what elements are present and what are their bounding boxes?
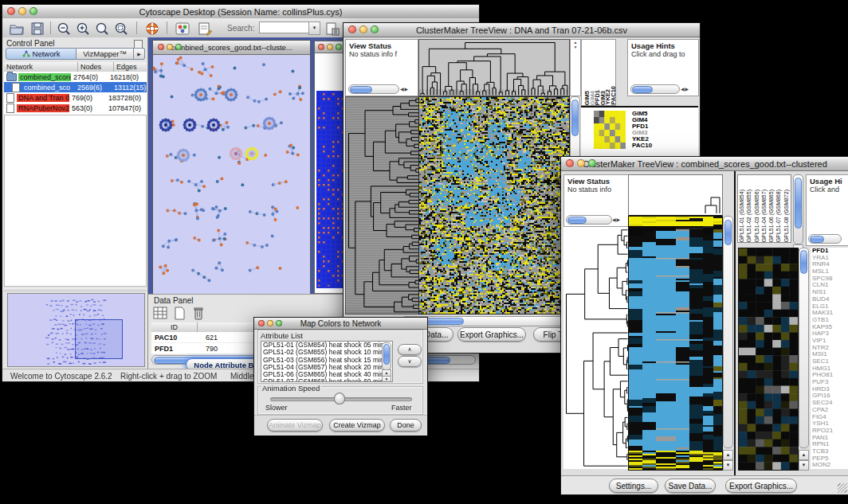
attribute-list-item[interactable]: GPL51-07 (GSM868) heat shock 60 min	[261, 378, 392, 382]
tab-network[interactable]: Network	[6, 48, 77, 60]
birdseye-view[interactable]	[7, 293, 145, 367]
network-graph-canvas[interactable]	[153, 55, 308, 292]
tv2-titlebar[interactable]: ClusterMaker TreeView : combined_scores_…	[561, 157, 848, 171]
minimize-button[interactable]	[267, 320, 273, 326]
network-nodes: 2569(6)	[75, 84, 114, 92]
tv2-export-graphics-button[interactable]: Export Graphics...	[725, 479, 797, 493]
tv1-export-graphics-button[interactable]: Export Graphics...	[457, 327, 526, 342]
panel-splitter[interactable]	[4, 288, 147, 291]
resize-grip[interactable]	[838, 483, 847, 493]
col-edges[interactable]: Edges	[114, 62, 147, 72]
zoom-button[interactable]	[276, 320, 282, 326]
move-down-button[interactable]: ∨	[398, 356, 422, 367]
zoom-button[interactable]	[336, 44, 342, 50]
create-vizmap-button[interactable]: Create Vizmap	[329, 419, 385, 432]
zoom-button[interactable]	[588, 159, 596, 167]
tv2-zoom-vscrollbar[interactable]	[799, 248, 809, 448]
tv2-zoom-heatmap[interactable]	[738, 248, 799, 471]
network-table-row[interactable]: combined_scores2764(0)16218(0)	[4, 72, 147, 82]
tv2-zoom-up-button[interactable]: ▲	[799, 450, 809, 460]
scroll-left-right-arrows[interactable]: ◀▶	[681, 86, 689, 92]
minimize-button[interactable]	[327, 44, 333, 50]
scroll-left-right-arrows[interactable]: ◀▶	[400, 86, 409, 92]
birdseye-viewport-rect[interactable]	[75, 319, 123, 359]
search-input[interactable]	[259, 21, 310, 33]
col-id[interactable]: ID	[151, 322, 198, 332]
network-table-row[interactable]: combined_sco2569(6)13112(15)	[4, 82, 147, 92]
network-view-window[interactable]: combined_scores_good.txt--cluste...	[152, 40, 311, 294]
close-button[interactable]	[7, 7, 15, 15]
close-button[interactable]	[158, 44, 164, 50]
usage-hints-scrollbar[interactable]	[630, 84, 680, 94]
data-panel-title: Data Panel	[154, 296, 193, 305]
attribute-browser-icon[interactable]	[324, 21, 340, 36]
minimize-button[interactable]	[167, 44, 173, 50]
dialog-titlebar[interactable]: Map Colors to Network	[254, 318, 427, 330]
zoom-out-icon[interactable]	[57, 21, 73, 36]
open-file-icon[interactable]	[9, 21, 25, 36]
close-button[interactable]	[566, 159, 574, 167]
usage-hints-scrollbar[interactable]	[808, 234, 842, 244]
animation-slider-thumb[interactable]	[334, 393, 345, 404]
annotation-icon[interactable]	[197, 21, 213, 36]
tv2-heatmap-vscrollbar[interactable]	[723, 216, 733, 448]
attr-scroll-down[interactable]: ▼	[382, 376, 391, 382]
tv1-submatrix-heatmap[interactable]	[594, 111, 626, 149]
zoom-fit-icon[interactable]	[95, 21, 111, 36]
document-icon	[6, 104, 14, 113]
attribute-list-vscrollbar[interactable]	[382, 342, 391, 370]
map-colors-dialog: Map Colors to Network Attribute List GPL…	[253, 317, 428, 436]
scroll-left-right-arrows[interactable]: ◀▶	[612, 217, 621, 222]
minimize-button[interactable]	[359, 25, 367, 33]
view-status-scrollbar[interactable]	[348, 84, 399, 94]
tv1-titlebar[interactable]: ClusterMaker TreeView : DNA and Tran 07-…	[344, 23, 700, 37]
control-panel: Control Panel Network VizMapper™ ▶ Netwo…	[2, 37, 148, 369]
tv2-row-dendrogram[interactable]	[563, 227, 628, 469]
tv2-column-dendrogram[interactable]	[628, 174, 723, 217]
close-button[interactable]	[318, 44, 324, 50]
close-button[interactable]	[258, 320, 265, 326]
minimize-button[interactable]	[18, 7, 26, 15]
panel-divider	[734, 171, 736, 475]
view-status-scrollbar[interactable]	[566, 215, 612, 225]
tab-overflow-arrow[interactable]: ▶	[134, 48, 145, 60]
new-attribute-icon[interactable]	[172, 307, 186, 320]
zoom-button[interactable]	[175, 44, 182, 50]
tv2-save-data-button[interactable]: Save Data...	[665, 479, 716, 493]
close-button[interactable]	[348, 25, 356, 33]
network-list-area[interactable]	[4, 115, 147, 287]
zoom-selected-icon[interactable]	[114, 21, 130, 36]
col-nodes[interactable]: Nodes	[78, 62, 114, 72]
save-session-icon[interactable]	[29, 21, 45, 36]
tv2-scroll-down-button[interactable]: ▼	[723, 460, 733, 471]
tab-vizmapper[interactable]: VizMapper™	[77, 48, 134, 60]
network-view-titlebar[interactable]: combined_scores_good.txt--cluste...	[153, 41, 310, 55]
zoom-in-icon[interactable]	[76, 21, 92, 36]
zoom-button[interactable]	[371, 25, 379, 33]
tv1-heatmap[interactable]	[418, 96, 570, 315]
animate-vizmap-button[interactable]: Animate Vizmap	[267, 419, 323, 432]
network-table-row[interactable]: RNAPuberNov2+563(0)107847(0)	[4, 103, 147, 113]
minimize-button[interactable]	[577, 159, 585, 167]
tv2-labels-vscrollbar[interactable]	[793, 174, 803, 244]
tv2-zoom-down-button[interactable]: ▼	[799, 460, 809, 471]
col-network[interactable]: Network	[4, 62, 78, 72]
delete-attribute-icon[interactable]	[191, 306, 206, 320]
main-titlebar[interactable]: Cytoscape Desktop (Session Name: collins…	[2, 5, 479, 19]
done-button[interactable]: Done	[390, 419, 422, 432]
search-dropdown-button[interactable]: ▼	[308, 21, 320, 35]
attribute-listbox[interactable]: GPL51-01 (GSM854) heat shock 05 minGPL51…	[261, 341, 393, 382]
network-name: RNAPuberNov2+	[17, 104, 69, 112]
tv2-settings-button[interactable]: Settings...	[609, 479, 658, 493]
help-lifering-icon[interactable]	[144, 21, 160, 36]
network-table-row[interactable]: DNA and Tran 07769(0)183728(0)	[4, 92, 147, 103]
tv2-content: View Status No status info ◀▶ ▲ ▼ GPL51-…	[561, 171, 848, 494]
zoom-button[interactable]	[29, 7, 37, 15]
tv1-row-dendrogram[interactable]	[345, 96, 420, 315]
tv2-heatmap[interactable]	[628, 216, 723, 471]
move-up-button[interactable]: ∧	[398, 344, 422, 355]
vizmapper-icon[interactable]	[175, 21, 190, 36]
attribute-table-icon[interactable]	[153, 307, 167, 320]
tv2-scroll-up-button[interactable]: ▲	[723, 450, 733, 460]
tv1-column-dendrogram[interactable]	[418, 39, 570, 96]
